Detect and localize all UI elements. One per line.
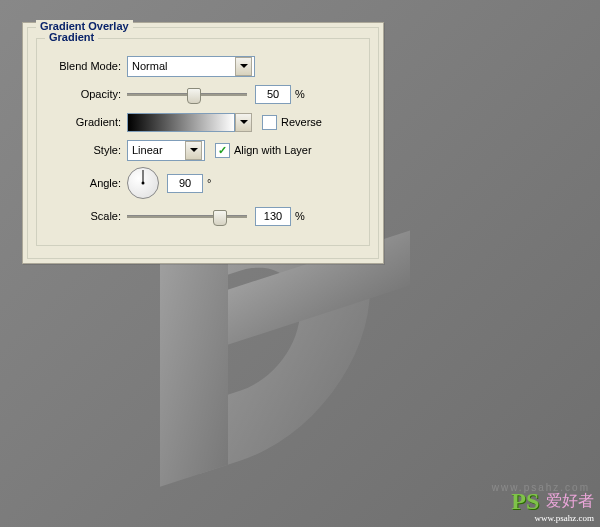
gradient-swatch[interactable] bbox=[127, 113, 235, 132]
style-value: Linear bbox=[132, 144, 163, 156]
blend-mode-row: Blend Mode: Normal bbox=[45, 55, 361, 77]
blend-mode-label: Blend Mode: bbox=[45, 60, 127, 72]
blend-mode-select[interactable]: Normal bbox=[127, 56, 255, 77]
style-label: Style: bbox=[45, 144, 127, 156]
opacity-input[interactable]: 50 bbox=[255, 85, 291, 104]
opacity-row: Opacity: 50 % bbox=[45, 83, 361, 105]
opacity-unit: % bbox=[295, 88, 305, 100]
outer-fieldset: Gradient Overlay Gradient Blend Mode: No… bbox=[27, 27, 379, 259]
gradient-row: Gradient: Reverse bbox=[45, 111, 361, 133]
angle-dial[interactable] bbox=[127, 167, 159, 199]
gradient-group-label: Gradient bbox=[45, 31, 98, 43]
watermark-url-small: www.psahz.com bbox=[511, 513, 594, 523]
gradient-fieldset: Gradient Blend Mode: Normal Opacity: 50 … bbox=[36, 38, 370, 246]
scale-unit: % bbox=[295, 210, 305, 222]
reverse-label: Reverse bbox=[281, 116, 322, 128]
style-select[interactable]: Linear bbox=[127, 140, 205, 161]
angle-label: Angle: bbox=[45, 177, 127, 189]
watermark-url: www.psahz.com bbox=[492, 482, 590, 493]
angle-row: Angle: 90 ° bbox=[45, 167, 361, 199]
style-row: Style: Linear ✓ Align with Layer bbox=[45, 139, 361, 161]
chevron-down-icon bbox=[235, 57, 252, 76]
scale-input[interactable]: 130 bbox=[255, 207, 291, 226]
scale-label: Scale: bbox=[45, 210, 127, 222]
blend-mode-value: Normal bbox=[132, 60, 167, 72]
align-label: Align with Layer bbox=[234, 144, 312, 156]
reverse-checkbox[interactable] bbox=[262, 115, 277, 130]
opacity-slider[interactable] bbox=[127, 85, 247, 103]
watermark-text: 爱好者 bbox=[546, 492, 594, 509]
gradient-overlay-dialog: Gradient Overlay Gradient Blend Mode: No… bbox=[22, 22, 384, 264]
gradient-label: Gradient: bbox=[45, 116, 127, 128]
angle-input[interactable]: 90 bbox=[167, 174, 203, 193]
checkmark-icon: ✓ bbox=[218, 145, 227, 155]
align-checkbox[interactable]: ✓ bbox=[215, 143, 230, 158]
opacity-label: Opacity: bbox=[45, 88, 127, 100]
chevron-down-icon bbox=[185, 141, 202, 160]
chevron-down-icon[interactable] bbox=[235, 113, 252, 132]
angle-unit: ° bbox=[207, 177, 211, 189]
scale-slider[interactable] bbox=[127, 207, 247, 225]
watermark: PS 爱好者 www.psahz.com bbox=[511, 488, 594, 523]
scale-row: Scale: 130 % bbox=[45, 205, 361, 227]
